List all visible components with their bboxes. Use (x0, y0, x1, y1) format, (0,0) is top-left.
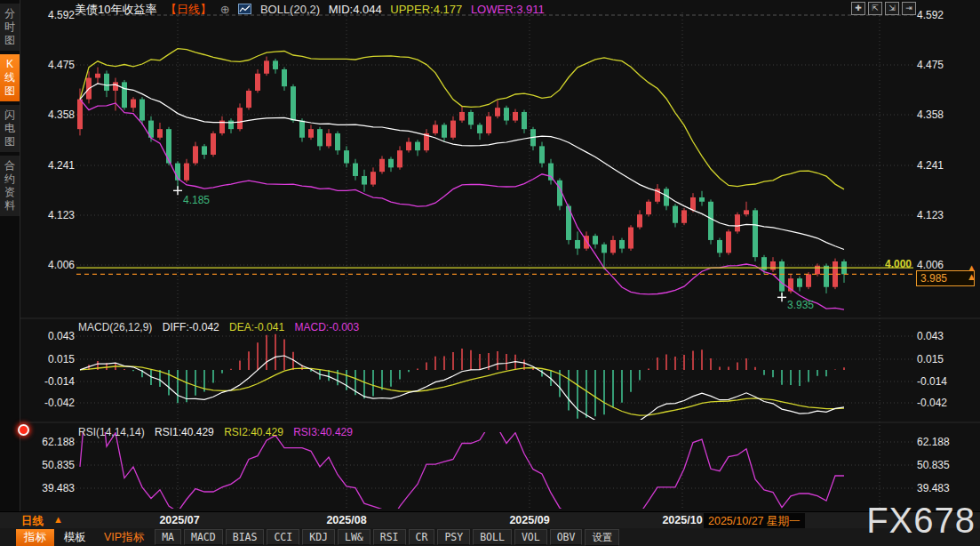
axis-tick: -0.014 (23, 375, 75, 388)
indicator-button-cr[interactable]: CR (409, 529, 435, 545)
macd-dea-value: DEA:-0.041 (229, 321, 284, 333)
live-indicator-icon (18, 424, 29, 436)
axis-tick: 0.043 (23, 330, 75, 342)
axis-tick: -0.014 (917, 375, 947, 388)
toolbar-tab-vip-indicators[interactable]: VIP指标 (96, 529, 152, 546)
macd-indicator-label[interactable]: MACD(26,12,9) (78, 321, 152, 333)
axis-tick: 4.006 (23, 259, 75, 271)
indicator-toolbar: 指标模板VIP指标MAMACDBIASCCIKDJLW&RSICRPSYBOLL… (0, 528, 980, 546)
indicator-button-obv[interactable]: OBV (550, 529, 583, 545)
axis-tick: 4.475 (23, 59, 75, 71)
link-icon[interactable]: ⊕ (220, 3, 230, 16)
indicator-button-settings[interactable]: 设置 (585, 529, 619, 546)
indicator-button-boll[interactable]: BOLL (473, 529, 512, 545)
boll-lower-value: LOWER:3.911 (471, 3, 545, 16)
boll-mid-value: MID:4.044 (329, 3, 382, 16)
toolbar-tab-indicators[interactable]: 指标 (16, 529, 54, 546)
trading-app-window: 分 时 图K 线 图闪 电 图合 约 资 料 美债10年收益率 【日线】 ⊕ B… (0, 0, 980, 546)
indicator-button-psy[interactable]: PSY (437, 529, 470, 545)
period-tag[interactable]: 【日线】 (165, 3, 211, 16)
axis-tick: 50.835 (23, 459, 75, 471)
rsi2-value: RSI2:40.429 (224, 426, 283, 438)
axis-tick: 4.592 (917, 9, 944, 21)
alert-price-label: 4.000 (858, 258, 912, 270)
month-label: 2025/08 (326, 514, 366, 526)
swing-low-label-1: 4.185 (183, 194, 210, 206)
indicator-button-macd[interactable]: MACD (184, 529, 223, 545)
axis-tick: 62.188 (917, 436, 950, 448)
axis-tick: 4.475 (917, 59, 944, 71)
brand-watermark: FX678 (866, 501, 976, 541)
axis-tick: 0.043 (917, 330, 944, 342)
window-toolbar-icons: ✚⇱⇲⇥ (851, 2, 916, 15)
month-label: 2025/07 (159, 514, 199, 526)
mini-chart-icon[interactable] (238, 3, 251, 16)
axis-tick: 62.188 (23, 436, 75, 448)
toolbar-tab-templates[interactable]: 模板 (56, 529, 94, 546)
axis-tick: -0.042 (917, 397, 947, 409)
scroll-right-icon[interactable]: ⇥ (902, 2, 916, 15)
swing-low-label-2: 3.935 (787, 299, 814, 311)
macd-diff-value: DIFF:-0.042 (163, 321, 219, 333)
symbol-title: 美债10年收益率 (75, 3, 156, 16)
rsi3-value: RSI3:40.429 (293, 426, 353, 438)
rsi-pane-header: RSI(14,14,14) RSI1:40.429 RSI2:40.429 RS… (78, 426, 360, 438)
y-axis-scale-icon[interactable]: ⇱ (868, 2, 882, 15)
indicator-button-vol[interactable]: VOL (514, 529, 547, 545)
month-label: 2025/09 (509, 514, 549, 526)
axis-tick: 4.592 (23, 9, 75, 21)
price-up-arrow-icon: ▲ ▲ (967, 263, 976, 281)
macd-pane-header: MACD(26,12,9) DIFF:-0.042 DEA:-0.041 MAC… (78, 321, 366, 333)
indicator-button-cci[interactable]: CCI (267, 529, 299, 545)
axis-tick: 39.483 (23, 482, 75, 494)
time-axis: 日线 ▲ 2025/10/27 星期一 2025/072025/082025/0… (0, 511, 980, 529)
axis-tick: 4.006 (917, 259, 944, 271)
axis-tick: 4.241 (23, 159, 75, 172)
indicator-button-lw[interactable]: LW& (338, 529, 370, 545)
axis-tick: 0.015 (23, 353, 75, 365)
axis-tick: 4.241 (917, 159, 944, 172)
indicator-button-ma[interactable]: MA (155, 529, 181, 545)
rsi-indicator-label[interactable]: RSI(14,14,14) (78, 426, 145, 438)
period-arrow-icon[interactable]: ▲ (53, 514, 63, 525)
boll-upper-value: UPPER:4.177 (390, 3, 462, 16)
period-label[interactable]: 日线 (21, 514, 44, 529)
axis-tick: 39.483 (917, 482, 950, 494)
axis-tick: -0.042 (23, 397, 75, 409)
rsi1-value: RSI1:40.429 (155, 426, 214, 438)
month-label: 2025/10 (662, 514, 702, 526)
crosshair-tool-icon[interactable]: ✚ (851, 2, 865, 15)
main-chart-header: 美债10年收益率 【日线】 ⊕ BOLL(20,2) MID:4.044 UPP… (75, 2, 550, 16)
axis-tick: 4.358 (917, 108, 944, 121)
axis-tick: 4.123 (917, 209, 944, 221)
indicator-button-kdj[interactable]: KDJ (302, 529, 335, 545)
x-axis-scale-icon[interactable]: ⇲ (885, 2, 899, 15)
macd-macd-value: MACD:-0.003 (294, 321, 359, 333)
boll-indicator-label[interactable]: BOLL(20,2) (260, 3, 320, 16)
axis-tick: 0.015 (917, 353, 944, 365)
axis-tick: 4.123 (23, 209, 75, 221)
indicator-button-bias[interactable]: BIAS (226, 529, 265, 545)
indicator-button-rsi[interactable]: RSI (373, 529, 406, 545)
axis-tick: 50.835 (917, 459, 950, 471)
axis-tick: 4.358 (23, 108, 75, 121)
